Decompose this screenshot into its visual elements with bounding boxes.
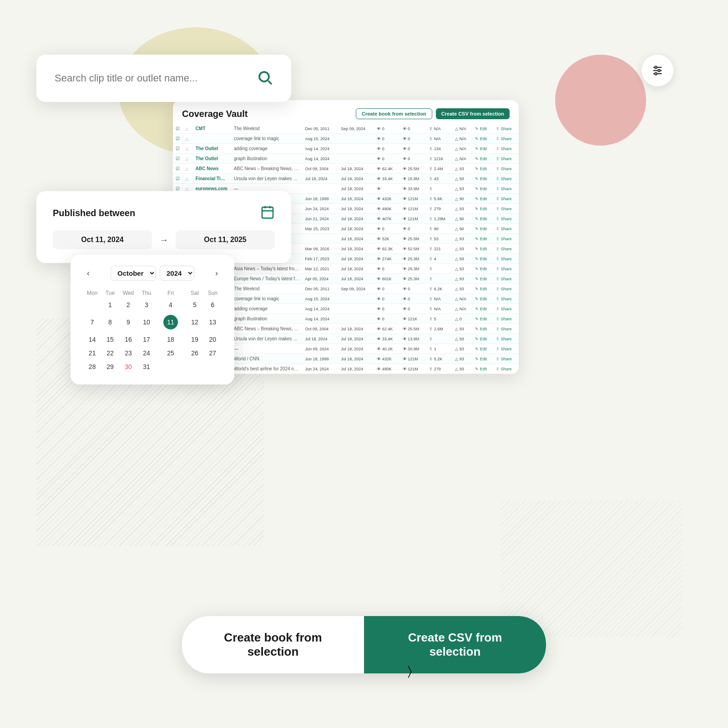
- row-checkbox[interactable]: ☑: [173, 174, 182, 184]
- row-share[interactable]: ⇧ Share: [493, 204, 519, 214]
- row-edit[interactable]: ✎ Edit: [472, 164, 493, 174]
- calendar-day[interactable]: 17: [137, 333, 155, 346]
- row-edit[interactable]: ✎ Edit: [472, 294, 493, 304]
- row-share[interactable]: ⇧ Share: [493, 174, 519, 184]
- row-share[interactable]: ⇧ Share: [493, 274, 519, 284]
- calendar-month-select[interactable]: October: [111, 266, 156, 281]
- calendar-day[interactable]: 25: [156, 346, 186, 360]
- create-book-button[interactable]: Create book from selection: [182, 616, 364, 673]
- search-input[interactable]: [55, 72, 257, 84]
- calendar-day[interactable]: 6: [204, 298, 222, 312]
- calendar-day[interactable]: 26: [186, 346, 203, 360]
- calendar-day[interactable]: 22: [101, 346, 119, 360]
- row-edit[interactable]: ✎ Edit: [472, 274, 493, 284]
- row-share[interactable]: ⇧ Share: [493, 284, 519, 294]
- calendar-day[interactable]: 15: [101, 333, 119, 346]
- row-edit[interactable]: ✎ Edit: [472, 154, 493, 164]
- row-share[interactable]: ⇧ Share: [493, 304, 519, 314]
- calendar-day[interactable]: 2: [119, 298, 138, 312]
- row-share[interactable]: ⇧ Share: [493, 234, 519, 244]
- calendar-day[interactable]: 13: [204, 312, 222, 333]
- row-share[interactable]: ⇧ Share: [493, 214, 519, 224]
- row-checkbox[interactable]: ☑: [173, 164, 182, 174]
- calendar-day[interactable]: 10: [137, 312, 155, 333]
- row-edit[interactable]: ✎ Edit: [472, 194, 493, 204]
- filter-button[interactable]: [642, 55, 673, 86]
- date-start[interactable]: Oct 11, 2024: [53, 230, 152, 249]
- row-edit[interactable]: ✎ Edit: [472, 234, 493, 244]
- calendar-day[interactable]: 7: [83, 312, 101, 333]
- row-edit[interactable]: ✎ Edit: [472, 254, 493, 264]
- calendar-next-button[interactable]: ›: [212, 267, 222, 280]
- calendar-day[interactable]: 3: [137, 298, 155, 312]
- row-edit[interactable]: ✎ Edit: [472, 224, 493, 234]
- row-share[interactable]: ⇧ Share: [493, 224, 519, 234]
- row-share[interactable]: ⇧ Share: [493, 264, 519, 274]
- row-checkbox[interactable]: ☑: [173, 124, 182, 134]
- calendar-day[interactable]: 12: [186, 312, 203, 333]
- calendar-day[interactable]: 4: [156, 298, 186, 312]
- row-edit[interactable]: ✎ Edit: [472, 344, 493, 354]
- row-share[interactable]: ⇧ Share: [493, 154, 519, 164]
- calendar-day[interactable]: 11: [156, 312, 186, 333]
- row-share[interactable]: ⇧ Share: [493, 354, 519, 364]
- row-share[interactable]: ⇧ Share: [493, 184, 519, 194]
- calendar-day[interactable]: 14: [83, 333, 101, 346]
- create-csv-button[interactable]: Create CSV from selection: [364, 616, 546, 673]
- calendar-day[interactable]: 29: [101, 360, 119, 374]
- row-edit[interactable]: ✎ Edit: [472, 324, 493, 334]
- row-checkbox[interactable]: ☑: [173, 134, 182, 144]
- row-share[interactable]: ⇧ Share: [493, 124, 519, 134]
- row-share[interactable]: ⇧ Share: [493, 194, 519, 204]
- row-share[interactable]: ⇧ Share: [493, 344, 519, 354]
- row-edit[interactable]: ✎ Edit: [472, 314, 493, 324]
- row-share[interactable]: ⇧ Share: [493, 244, 519, 254]
- calendar-day[interactable]: 28: [83, 360, 101, 374]
- row-share[interactable]: ⇧ Share: [493, 254, 519, 264]
- row-edit[interactable]: ✎ Edit: [472, 184, 493, 194]
- row-edit[interactable]: ✎ Edit: [472, 304, 493, 314]
- row-edit[interactable]: ✎ Edit: [472, 144, 493, 154]
- row-edit[interactable]: ✎ Edit: [472, 124, 493, 134]
- row-edit[interactable]: ✎ Edit: [472, 364, 493, 374]
- calendar-day[interactable]: 19: [186, 333, 203, 346]
- row-share[interactable]: ⇧ Share: [493, 314, 519, 324]
- row-edit[interactable]: ✎ Edit: [472, 264, 493, 274]
- calendar-day[interactable]: 16: [119, 333, 138, 346]
- calendar-day[interactable]: 20: [204, 333, 222, 346]
- row-share[interactable]: ⇧ Share: [493, 324, 519, 334]
- vault-create-csv-button[interactable]: Create CSV from selection: [436, 108, 510, 119]
- calendar-day[interactable]: 8: [101, 312, 119, 333]
- calendar-day[interactable]: 1: [101, 298, 119, 312]
- row-edit[interactable]: ✎ Edit: [472, 244, 493, 254]
- row-edit[interactable]: ✎ Edit: [472, 204, 493, 214]
- row-edit[interactable]: ✎ Edit: [472, 334, 493, 344]
- calendar-prev-button[interactable]: ‹: [83, 267, 93, 280]
- row-share[interactable]: ⇧ Share: [493, 334, 519, 344]
- row-share[interactable]: ⇧ Share: [493, 364, 519, 374]
- row-edit[interactable]: ✎ Edit: [472, 354, 493, 364]
- calendar-day[interactable]: 27: [204, 346, 222, 360]
- row-share[interactable]: ⇧ Share: [493, 294, 519, 304]
- vault-create-book-button[interactable]: Create book from selection: [356, 108, 432, 119]
- calendar-day[interactable]: 21: [83, 346, 101, 360]
- row-edit[interactable]: ✎ Edit: [472, 214, 493, 224]
- row-edit[interactable]: ✎ Edit: [472, 284, 493, 294]
- row-share[interactable]: ⇧ Share: [493, 164, 519, 174]
- calendar-day[interactable]: 9: [119, 312, 138, 333]
- date-end[interactable]: Oct 11, 2025: [176, 230, 275, 249]
- calendar-day[interactable]: 31: [137, 360, 155, 374]
- row-edit[interactable]: ✎ Edit: [472, 174, 493, 184]
- calendar-day[interactable]: 5: [186, 298, 203, 312]
- row-share[interactable]: ⇧ Share: [493, 144, 519, 154]
- row-checkbox[interactable]: ☑: [173, 144, 182, 154]
- calendar-day[interactable]: 24: [137, 346, 155, 360]
- row-checkbox[interactable]: ☑: [173, 154, 182, 164]
- calendar-day[interactable]: 18: [156, 333, 186, 346]
- row-share[interactable]: ⇧ Share: [493, 134, 519, 144]
- calendar-year-select[interactable]: 2024: [160, 266, 194, 281]
- calendar-day[interactable]: 23: [119, 346, 138, 360]
- row-v2: 👁 25.3M: [400, 274, 426, 284]
- calendar-day[interactable]: 30: [119, 360, 138, 374]
- row-edit[interactable]: ✎ Edit: [472, 134, 493, 144]
